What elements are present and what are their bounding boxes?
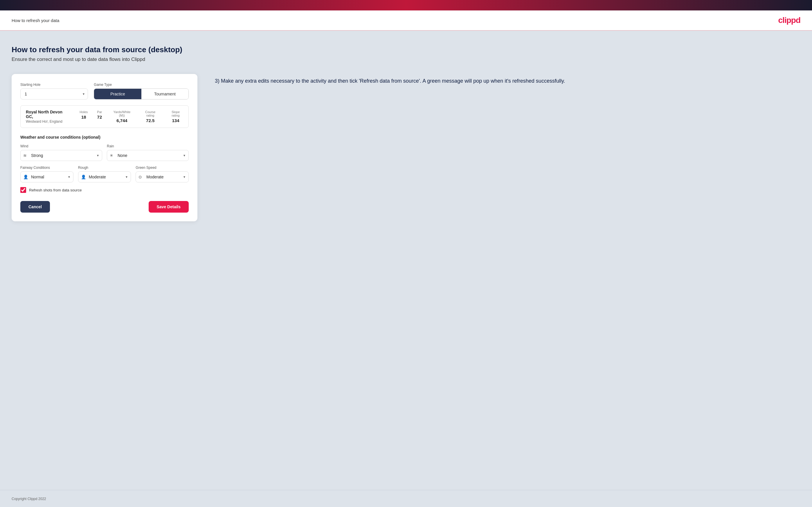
content-area: Starting Hole 1 ▾ Game Type Practice Tou… bbox=[12, 74, 800, 221]
save-button[interactable]: Save Details bbox=[149, 201, 189, 213]
course-stat-slope-rating: Slope rating 134 bbox=[168, 110, 183, 123]
starting-hole-group: Starting Hole 1 ▾ bbox=[20, 83, 88, 100]
fairway-label: Fairway Conditions bbox=[20, 166, 73, 170]
rough-group: Rough 👤 Moderate ▾ bbox=[78, 166, 131, 182]
refresh-checkbox-row: Refresh shots from data source bbox=[20, 187, 189, 193]
logo: clippd bbox=[778, 16, 800, 25]
green-speed-group: Green Speed ⊙ Moderate ▾ bbox=[136, 166, 189, 182]
wind-select[interactable]: Strong bbox=[20, 150, 102, 161]
par-label: Par bbox=[97, 110, 102, 114]
wind-select-wrapper: ≋ Strong ▾ bbox=[20, 150, 102, 161]
main-content: How to refresh your data from source (de… bbox=[0, 31, 812, 490]
rain-select[interactable]: None bbox=[107, 150, 189, 161]
wind-rain-row: Wind ≋ Strong ▾ Rain ✳ None bbox=[20, 144, 189, 161]
course-rating-label: Course rating bbox=[142, 110, 159, 117]
course-stat-par: Par 72 bbox=[97, 110, 102, 123]
top-form-row: Starting Hole 1 ▾ Game Type Practice Tou… bbox=[20, 83, 189, 100]
side-text: 3) Make any extra edits necessary to the… bbox=[215, 74, 800, 85]
course-stat-yards: Yards/White (M)) 6,744 bbox=[111, 110, 133, 123]
course-location: Westward Ho!, England bbox=[26, 119, 68, 123]
course-rating-value: 72.5 bbox=[142, 118, 159, 123]
course-name: Royal North Devon GC, bbox=[26, 110, 68, 119]
holes-value: 18 bbox=[80, 115, 88, 119]
slope-rating-label: Slope rating bbox=[168, 110, 183, 117]
fairway-select[interactable]: Normal bbox=[20, 171, 73, 182]
weather-section-title: Weather and course conditions (optional) bbox=[20, 135, 189, 139]
par-value: 72 bbox=[97, 115, 102, 119]
green-speed-label: Green Speed bbox=[136, 166, 189, 170]
page-subheading: Ensure the correct and most up to date d… bbox=[12, 57, 800, 62]
starting-hole-label: Starting Hole bbox=[20, 83, 88, 87]
tournament-button[interactable]: Tournament bbox=[141, 89, 189, 99]
game-type-group: Game Type Practice Tournament bbox=[94, 83, 189, 100]
conditions-row: Fairway Conditions 👤 Normal ▾ Rough 👤 bbox=[20, 166, 189, 182]
game-type-label: Game Type bbox=[94, 83, 189, 87]
cancel-button[interactable]: Cancel bbox=[20, 201, 50, 213]
practice-button[interactable]: Practice bbox=[94, 89, 141, 99]
refresh-checkbox[interactable] bbox=[20, 187, 26, 193]
fairway-group: Fairway Conditions 👤 Normal ▾ bbox=[20, 166, 73, 182]
game-type-toggle: Practice Tournament bbox=[94, 89, 189, 100]
course-info: Royal North Devon GC, Westward Ho!, Engl… bbox=[20, 105, 189, 128]
footer: Copyright Clippd 2022 bbox=[0, 490, 812, 507]
course-stat-course-rating: Course rating 72.5 bbox=[142, 110, 159, 123]
rough-select[interactable]: Moderate bbox=[78, 171, 131, 182]
yards-label: Yards/White (M)) bbox=[111, 110, 133, 117]
page-heading: How to refresh your data from source (de… bbox=[12, 45, 800, 54]
course-stat-holes: Holes 18 bbox=[80, 110, 88, 123]
rough-select-wrapper: 👤 Moderate ▾ bbox=[78, 171, 131, 182]
green-speed-select[interactable]: Moderate bbox=[136, 171, 189, 182]
footer-copyright: Copyright Clippd 2022 bbox=[12, 497, 46, 501]
button-row: Cancel Save Details bbox=[20, 201, 189, 213]
refresh-checkbox-label: Refresh shots from data source bbox=[29, 188, 82, 192]
wind-group: Wind ≋ Strong ▾ bbox=[20, 144, 102, 161]
starting-hole-select[interactable]: 1 bbox=[20, 89, 88, 100]
header: How to refresh your data clippd bbox=[0, 10, 812, 31]
course-stats: Holes 18 Par 72 Yards/White (M)) 6,744 C… bbox=[80, 110, 183, 123]
slope-rating-value: 134 bbox=[168, 118, 183, 123]
holes-label: Holes bbox=[80, 110, 88, 114]
header-title: How to refresh your data bbox=[12, 18, 59, 23]
wind-label: Wind bbox=[20, 144, 102, 148]
starting-hole-wrapper: 1 ▾ bbox=[20, 89, 88, 100]
rain-group: Rain ✳ None ▾ bbox=[107, 144, 189, 161]
rain-label: Rain bbox=[107, 144, 189, 148]
rain-select-wrapper: ✳ None ▾ bbox=[107, 150, 189, 161]
rough-label: Rough bbox=[78, 166, 131, 170]
main-card: Starting Hole 1 ▾ Game Type Practice Tou… bbox=[12, 74, 197, 221]
top-bar bbox=[0, 0, 812, 10]
course-name-group: Royal North Devon GC, Westward Ho!, Engl… bbox=[26, 110, 68, 123]
fairway-select-wrapper: 👤 Normal ▾ bbox=[20, 171, 73, 182]
yards-value: 6,744 bbox=[111, 118, 133, 123]
green-speed-select-wrapper: ⊙ Moderate ▾ bbox=[136, 171, 189, 182]
